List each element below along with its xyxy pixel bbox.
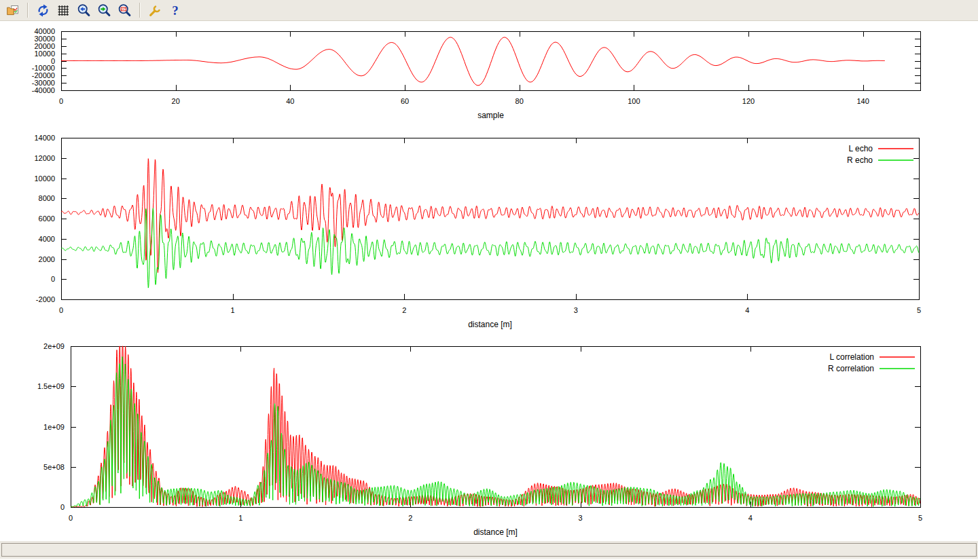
svg-text:R correlation: R correlation	[828, 364, 874, 373]
toolbar-separator	[27, 3, 28, 18]
svg-text:14000: 14000	[34, 134, 55, 142]
zoom-next-button[interactable]	[94, 1, 113, 19]
svg-text:3: 3	[579, 514, 583, 522]
replot-icon	[36, 3, 50, 18]
svg-text:0: 0	[51, 57, 55, 65]
svg-text:4: 4	[745, 306, 749, 314]
svg-text:0: 0	[60, 503, 65, 511]
svg-text:10000: 10000	[34, 174, 55, 183]
svg-text:-2000: -2000	[36, 295, 55, 303]
svg-text:5: 5	[917, 306, 921, 314]
svg-text:40: 40	[286, 97, 294, 105]
svg-text:0: 0	[59, 97, 63, 105]
svg-text:80: 80	[515, 97, 524, 105]
config-button[interactable]	[145, 1, 164, 19]
svg-text:sample: sample	[477, 111, 504, 120]
help-icon: ?	[172, 4, 179, 17]
replot-button[interactable]	[33, 1, 52, 19]
svg-text:1.5e+09: 1.5e+09	[37, 382, 65, 390]
copy-plot-icon	[5, 3, 20, 18]
svg-text:20: 20	[172, 97, 180, 105]
svg-text:1: 1	[231, 306, 235, 314]
pulse-plot[interactable]: 020406080100120140-40000-30000-20000-100…	[0, 22, 978, 132]
zoom-region-button[interactable]	[115, 1, 134, 19]
svg-text:4: 4	[748, 514, 753, 522]
grid-icon	[56, 3, 71, 18]
svg-text:4000: 4000	[39, 235, 55, 243]
svg-text:L echo: L echo	[848, 144, 873, 153]
svg-text:1: 1	[238, 514, 242, 522]
svg-text:2: 2	[402, 306, 406, 314]
grid-button[interactable]	[54, 1, 73, 19]
svg-text:R echo: R echo	[847, 155, 873, 165]
status-bar	[0, 541, 978, 560]
svg-text:60: 60	[401, 97, 409, 105]
svg-text:-10000: -10000	[32, 64, 55, 72]
svg-text:0: 0	[59, 306, 63, 314]
svg-text:30000: 30000	[34, 35, 55, 43]
svg-text:2: 2	[408, 514, 412, 522]
svg-text:12000: 12000	[34, 154, 55, 162]
svg-text:2e+09: 2e+09	[43, 342, 65, 350]
svg-text:100: 100	[628, 97, 640, 105]
svg-text:-40000: -40000	[32, 86, 55, 94]
svg-text:3: 3	[574, 306, 578, 314]
svg-text:0: 0	[51, 275, 55, 283]
zoom-region-icon	[117, 3, 132, 18]
zoom-next-icon	[97, 3, 111, 18]
svg-text:20000: 20000	[34, 42, 55, 50]
zoom-previous-icon	[77, 3, 91, 18]
svg-text:-30000: -30000	[32, 79, 55, 87]
plot-canvas: 020406080100120140-40000-30000-20000-100…	[0, 21, 978, 541]
svg-text:-20000: -20000	[32, 71, 55, 79]
toolbar: ?	[0, 0, 978, 21]
copy-plot-button[interactable]	[3, 1, 22, 19]
toolbar-separator	[139, 3, 140, 18]
svg-text:0: 0	[69, 514, 73, 522]
svg-text:120: 120	[742, 97, 755, 105]
svg-text:5: 5	[918, 514, 922, 522]
svg-text:140: 140	[856, 97, 869, 105]
config-icon	[148, 3, 162, 18]
help-button[interactable]: ?	[166, 1, 185, 19]
svg-text:1e+09: 1e+09	[43, 423, 65, 431]
correlation-plot[interactable]: 01234505e+081e+091.5e+092e+09distance [m…	[0, 338, 978, 544]
gnuplot-window: { "window": {"chrome_color": "#ece9e2", …	[0, 0, 978, 560]
svg-text:6000: 6000	[39, 214, 55, 223]
svg-text:distance [m]: distance [m]	[473, 527, 518, 537]
svg-text:5e+08: 5e+08	[43, 463, 65, 471]
svg-text:L correlation: L correlation	[829, 352, 874, 362]
svg-text:10000: 10000	[34, 50, 55, 58]
svg-text:2000: 2000	[39, 255, 55, 263]
echo-plot[interactable]: 012345-200002000400060008000100001200014…	[0, 128, 978, 341]
svg-text:distance [m]: distance [m]	[468, 320, 512, 329]
svg-text:8000: 8000	[39, 194, 55, 202]
svg-text:40000: 40000	[34, 27, 55, 35]
status-text	[1, 543, 977, 557]
zoom-previous-button[interactable]	[74, 1, 93, 19]
